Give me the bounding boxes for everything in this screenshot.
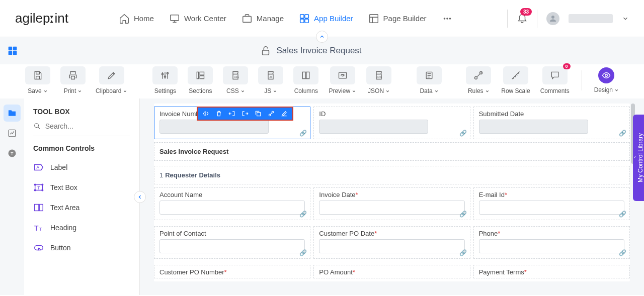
- svg-rect-21: [200, 76, 204, 79]
- binding-icon[interactable]: 🔗: [299, 249, 307, 256]
- field-input[interactable]: [319, 201, 464, 215]
- svg-rect-19: [197, 72, 199, 78]
- settings-button[interactable]: Settings: [147, 66, 183, 94]
- print-button[interactable]: Print: [55, 66, 91, 94]
- field-point-of-contact[interactable]: Point of Contact 🔗: [154, 226, 310, 259]
- requester-section-header[interactable]: 1Requester Details: [154, 166, 630, 184]
- field-invoice-date[interactable]: Invoice Date* 🔗: [313, 187, 470, 220]
- field-invoice-number[interactable]: Invoice Number 🔗: [154, 107, 310, 139]
- control-label[interactable]: A Label: [33, 157, 130, 177]
- ctx-copy-button[interactable]: [252, 108, 264, 119]
- binding-icon[interactable]: 🔗: [459, 130, 467, 137]
- js-button[interactable]: JS JS: [253, 66, 288, 94]
- field-label: Payment Terms*: [479, 268, 624, 276]
- control-textbox[interactable]: T Text Box: [33, 177, 130, 198]
- page-title: Sales Invoice Request: [260, 45, 361, 56]
- control-heading[interactable]: TT Heading: [33, 218, 130, 238]
- ctx-move-button[interactable]: [200, 108, 212, 119]
- ctx-insert-left-button[interactable]: [226, 108, 238, 119]
- binding-icon[interactable]: 🔗: [459, 211, 467, 218]
- label-icon: A: [33, 162, 44, 173]
- user-avatar[interactable]: [546, 12, 559, 25]
- chevron-down-icon: [240, 89, 245, 93]
- field-email-id[interactable]: E-mail Id* 🔗: [473, 187, 630, 220]
- comment-icon: [550, 70, 560, 80]
- chevron-left-icon: [633, 154, 637, 159]
- svg-rect-25: [306, 72, 309, 78]
- nav-more[interactable]: [442, 10, 453, 27]
- chevron-down-icon: [43, 89, 48, 93]
- json-button[interactable]: JSON JSON: [361, 66, 396, 94]
- svg-point-43: [42, 189, 43, 191]
- rules-button[interactable]: Rules: [461, 66, 496, 94]
- binding-icon[interactable]: 🔗: [299, 130, 307, 137]
- field-input[interactable]: [159, 239, 305, 253]
- rail-analytics-button[interactable]: [4, 125, 21, 142]
- rail-text-button[interactable]: T: [4, 145, 21, 162]
- collapse-sidebar-button[interactable]: [134, 191, 146, 203]
- nav-app-builder[interactable]: App Builder: [299, 10, 353, 27]
- my-control-library-tab[interactable]: My Control Library: [633, 115, 644, 201]
- notifications-button[interactable]: 33: [517, 12, 528, 25]
- form-row: Customer PO Number* PO Amount* Payment T…: [154, 262, 630, 281]
- main-nav: Home Work Center Manage App Builder Page…: [119, 10, 453, 27]
- ctx-delete-button[interactable]: [213, 108, 225, 119]
- monitor-icon: [169, 13, 180, 24]
- field-customer-po-number[interactable]: Customer PO Number*: [154, 265, 310, 278]
- field-input[interactable]: [159, 201, 305, 215]
- preview-button[interactable]: Preview: [324, 66, 361, 94]
- nav-manage[interactable]: Manage: [242, 10, 284, 27]
- field-account-name[interactable]: Account Name 🔗: [154, 187, 310, 220]
- field-input[interactable]: [479, 201, 624, 215]
- svg-point-36: [35, 124, 39, 128]
- ctx-edit-button[interactable]: [278, 108, 290, 119]
- columns-button[interactable]: Columns: [288, 66, 324, 94]
- collapse-topbar-button[interactable]: [316, 31, 328, 43]
- svg-text:T: T: [11, 151, 14, 156]
- nav-work-center[interactable]: Work Center: [169, 10, 226, 27]
- binding-icon[interactable]: 🔗: [619, 249, 626, 256]
- field-label: PO Amount*: [319, 268, 464, 276]
- nav-page-builder[interactable]: Page Builder: [368, 10, 427, 27]
- field-input[interactable]: [479, 239, 624, 253]
- chevron-down-icon: [434, 89, 439, 93]
- field-po-amount[interactable]: PO Amount*: [313, 265, 470, 278]
- row-scale-button[interactable]: Row Scale: [496, 66, 535, 94]
- control-button[interactable]: Button: [33, 238, 130, 258]
- chevron-down-icon: [352, 89, 356, 93]
- save-button[interactable]: Save: [20, 66, 55, 94]
- comments-button[interactable]: 0 Comments: [535, 66, 575, 94]
- css-button[interactable]: CSS CSS: [218, 66, 253, 94]
- svg-point-42: [34, 189, 36, 191]
- chevron-down-icon[interactable]: [622, 15, 629, 22]
- binding-icon[interactable]: 🔗: [299, 211, 307, 218]
- field-input[interactable]: [159, 120, 269, 134]
- search-input[interactable]: [45, 122, 130, 130]
- sections-button[interactable]: Sections: [183, 66, 218, 94]
- field-customer-po-date[interactable]: Customer PO Date* 🔗: [313, 226, 470, 259]
- ctx-link-button[interactable]: [265, 108, 277, 119]
- field-label: ID: [319, 110, 464, 118]
- rail-toolbox-button[interactable]: [4, 105, 21, 122]
- apps-grid-button[interactable]: [7, 45, 18, 56]
- design-button[interactable]: Design: [589, 67, 624, 93]
- data-button[interactable]: Data: [412, 66, 447, 94]
- field-phone[interactable]: Phone* 🔗: [473, 226, 630, 259]
- binding-icon[interactable]: 🔗: [619, 211, 626, 218]
- clipboard-button[interactable]: Clipboard: [91, 66, 132, 94]
- field-id[interactable]: ID 🔗: [313, 107, 470, 139]
- binding-icon[interactable]: 🔗: [459, 249, 467, 256]
- section-header[interactable]: Sales Invoice Request: [154, 142, 630, 161]
- nav-home[interactable]: Home: [119, 10, 154, 27]
- control-textarea[interactable]: Text Area: [33, 198, 130, 218]
- field-submitted-date[interactable]: Submitted Date 🔗: [473, 107, 630, 139]
- field-payment-terms[interactable]: Payment Terms*: [473, 265, 630, 278]
- field-input[interactable]: [319, 120, 428, 134]
- field-input[interactable]: [319, 239, 464, 253]
- binding-icon[interactable]: 🔗: [619, 130, 626, 137]
- ctx-insert-right-button[interactable]: [239, 108, 251, 119]
- field-label: Account Name: [159, 191, 305, 199]
- field-input[interactable]: [479, 120, 588, 134]
- svg-rect-1: [243, 16, 252, 22]
- user-name: [569, 14, 613, 23]
